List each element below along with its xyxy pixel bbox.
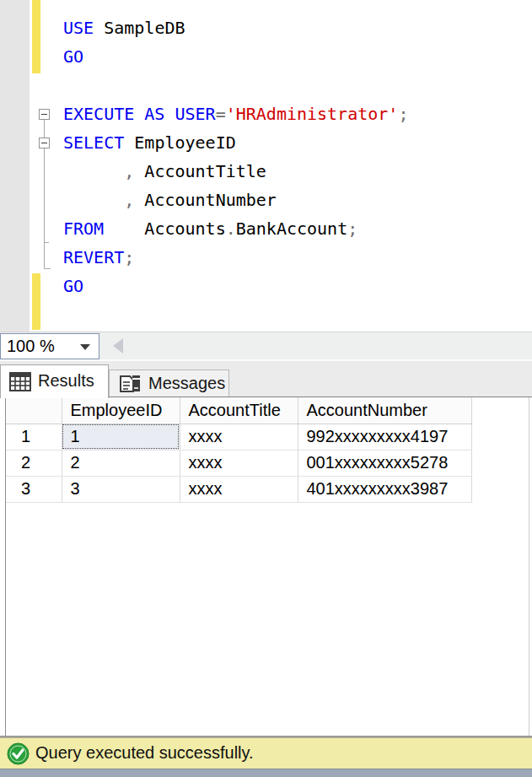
grid-cell[interactable]: xxxx: [180, 476, 298, 502]
success-check-icon: [7, 742, 30, 769]
grid-cell[interactable]: 1: [62, 424, 180, 450]
zoom-level-select[interactable]: 100 %: [0, 333, 99, 359]
grid-cell[interactable]: 992xxxxxxxxx4197: [298, 424, 471, 450]
code-line: SELECT EmployeeID: [63, 128, 408, 157]
grid-column-header[interactable]: EmployeeID: [62, 397, 180, 424]
grid-corner-header[interactable]: [6, 397, 62, 424]
code-line: GO: [63, 42, 408, 71]
collapse-toggle-icon[interactable]: [39, 109, 50, 120]
grid-cell[interactable]: xxxx: [180, 450, 298, 476]
tab-results[interactable]: Results: [0, 364, 109, 398]
scroll-left-icon[interactable]: [113, 338, 123, 353]
editor-gutter: [0, 0, 30, 332]
code-line: GO: [63, 272, 408, 300]
chevron-down-icon: [80, 344, 90, 350]
table-row: 11xxxx992xxxxxxxxx4197: [6, 424, 471, 450]
code-line: EXECUTE AS USER='HRAdministrator';: [63, 100, 408, 128]
status-message: Query executed successfully.: [35, 743, 254, 763]
change-indicator: [32, 0, 40, 73]
row-header[interactable]: 2: [6, 450, 62, 476]
grid-column-header[interactable]: AccountNumber: [298, 397, 471, 424]
change-indicator: [32, 273, 40, 330]
grid-cell[interactable]: 001xxxxxxxxx5278: [298, 450, 471, 476]
outline-line: [44, 148, 45, 268]
tab-messages[interactable]: Messages: [109, 370, 229, 398]
table-row: 22xxxx001xxxxxxxxx5278: [6, 450, 471, 476]
grid-cell[interactable]: 401xxxxxxxxx3987: [298, 476, 471, 502]
code-line: FROM Accounts.BankAccount;: [63, 214, 408, 243]
outline-region-end: [44, 268, 51, 269]
results-tab-strip: Results Messages: [0, 359, 532, 397]
code-area[interactable]: USE SampleDBGOEXECUTE AS USER='HRAdminis…: [63, 13, 408, 300]
results-grid-panel: EmployeeIDAccountTitleAccountNumber 11xx…: [5, 397, 529, 736]
ssms-query-window: USE SampleDBGOEXECUTE AS USER='HRAdminis…: [0, 0, 532, 777]
code-line: , AccountTitle: [63, 157, 408, 186]
grid-icon: [9, 372, 31, 397]
grid-header-row: EmployeeIDAccountTitleAccountNumber: [6, 397, 471, 424]
code-line: REVERT;: [63, 243, 408, 272]
code-line: [63, 71, 408, 100]
grid-cell[interactable]: xxxx: [180, 424, 298, 450]
grid-body: 11xxxx992xxxxxxxxx419722xxxx001xxxxxxxxx…: [6, 424, 471, 502]
row-header[interactable]: 3: [6, 476, 62, 502]
grid-cell[interactable]: 3: [62, 476, 180, 502]
editor-zoom-bar: 100 %: [0, 332, 532, 359]
outline-line: [44, 120, 45, 138]
status-bar: Query executed successfully.: [0, 737, 532, 769]
window-bottom-strip: [0, 769, 532, 777]
tab-messages-label: Messages: [148, 374, 225, 393]
results-table: EmployeeIDAccountTitleAccountNumber 11xx…: [6, 397, 472, 503]
sql-editor[interactable]: USE SampleDBGOEXECUTE AS USER='HRAdminis…: [0, 0, 532, 332]
outline-region-end: [44, 242, 49, 243]
grid-column-header[interactable]: AccountTitle: [180, 397, 298, 424]
grid-cell[interactable]: 2: [62, 450, 180, 476]
collapse-toggle-icon[interactable]: [39, 138, 50, 148]
code-line: USE SampleDB: [63, 13, 408, 42]
code-line: , AccountNumber: [63, 186, 408, 214]
tab-results-label: Results: [38, 371, 94, 391]
row-header[interactable]: 1: [6, 424, 62, 450]
zoom-level-value: 100 %: [7, 337, 55, 356]
table-row: 33xxxx401xxxxxxxxx3987: [6, 476, 471, 502]
